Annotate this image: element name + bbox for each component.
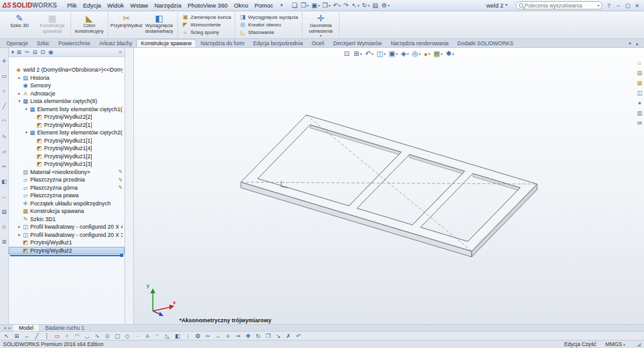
left-toolbar-icon-10[interactable]: ↔ xyxy=(1,193,8,200)
left-toolbar-icon-11[interactable]: ▤ xyxy=(1,209,8,215)
tree-item-root[interactable]: ◆ weld 2 (Domyślna<Obrobiona>)<<Domyślna… xyxy=(9,66,125,74)
search-input[interactable] xyxy=(525,3,596,9)
sketch-3d-button[interactable]: ✎Szkic 3D xyxy=(3,12,36,38)
rebuild-icon[interactable]: ↻▾ xyxy=(361,1,371,10)
tool-text-icon[interactable]: A xyxy=(143,332,152,340)
options-icon[interactable]: ⚙▾ xyxy=(380,1,391,10)
displaymanager-tab-icon[interactable]: ◉ xyxy=(48,49,53,55)
tool-spline-icon[interactable]: ∿ xyxy=(92,332,102,340)
minimize-icon[interactable]: – xyxy=(614,1,623,9)
tool-move-icon[interactable]: ✥ xyxy=(243,332,253,340)
tree-item-material[interactable]: ▥ Materiał <nieokreślony> ✎ xyxy=(9,168,125,177)
weldment-frame-model[interactable] xyxy=(134,48,644,324)
close-icon[interactable]: ✕ xyxy=(633,1,641,9)
tree-item-historia[interactable]: ▸ ▤ Historia xyxy=(9,74,125,82)
expand-arrow-icon[interactable]: ▸ xyxy=(17,75,22,80)
select-cursor-icon[interactable]: ↖▾ xyxy=(350,1,360,10)
previous-view-icon[interactable]: ↶▾ xyxy=(364,49,374,58)
tool-extend-icon[interactable]: → xyxy=(213,332,223,340)
custom-properties-icon[interactable]: ▥ xyxy=(637,110,643,116)
frame-side-face-right[interactable] xyxy=(472,184,537,257)
expand-arrow-icon[interactable]: ▾ xyxy=(24,107,29,112)
expand-arrow-icon[interactable]: ▾ xyxy=(17,99,22,104)
tree-item-trim1-1[interactable]: ◩ Przytnij/Wydłuż1[1] xyxy=(9,137,125,145)
tool-point-icon[interactable]: · xyxy=(133,332,142,340)
panel-collapse-icon[interactable]: « xyxy=(119,49,122,55)
design-library-icon[interactable]: ▤ xyxy=(637,70,643,76)
gusset-button[interactable]: ◤Wzmocnienie xyxy=(180,21,232,28)
left-toolbar-icon-5[interactable]: ◠ xyxy=(1,118,8,125)
tool-copy-icon[interactable]: ❐ xyxy=(264,332,273,340)
chamfer-button[interactable]: ◺Sfazowanie xyxy=(238,29,299,36)
ribbon-collapse-icon[interactable]: ▴ xyxy=(636,41,638,46)
tool-circle-icon[interactable]: ○ xyxy=(62,332,72,340)
menu-plik[interactable]: Plik xyxy=(64,1,80,10)
tree-item-plane-right[interactable]: ▱ Płaszczyzna prawa xyxy=(9,192,125,200)
tool-rectangle-icon[interactable]: ▭ xyxy=(52,332,62,340)
tree-item-cut-list-item1[interactable]: ▾ ▦ Element listy elementów ciętych1(2) xyxy=(9,106,125,114)
view-palette-icon[interactable]: ◫ xyxy=(637,90,643,96)
tree-item-adnotacje[interactable]: ▸ A Adnotacje xyxy=(9,90,125,98)
featuremanager-tab-icon[interactable]: ⊞ xyxy=(17,49,22,55)
tool-line-icon[interactable]: ╱ xyxy=(32,332,42,340)
tab-dimxpert[interactable]: DimXpert Wymiarów xyxy=(329,39,386,47)
expand-arrow-icon[interactable]: ▸ xyxy=(17,224,22,229)
model-tab[interactable]: Model xyxy=(13,325,40,331)
tree-item-trim2-1[interactable]: ◩ Przytnij/Wydłuż2[1] xyxy=(9,121,125,129)
tool-linear-pattern-icon[interactable]: ⋮ xyxy=(183,332,192,340)
reference-geometry-button[interactable]: ✛Geometria odniesienia▾ xyxy=(304,12,337,38)
solidworks-resources-icon[interactable]: ⌂ xyxy=(638,60,641,66)
left-toolbar-icon-2[interactable]: ▭ xyxy=(1,73,8,80)
file-explorer-icon[interactable]: ▦ xyxy=(637,80,643,86)
expand-arrow-icon[interactable]: ▸ xyxy=(17,232,22,237)
menu-widok[interactable]: Widok xyxy=(104,1,127,10)
weldment-button[interactable]: ▦Konstrukcja spawana xyxy=(36,12,69,38)
menu-narzedzia[interactable]: Narzędzia xyxy=(151,1,184,10)
panel-filter-caret-icon[interactable]: ▾ xyxy=(11,49,14,55)
tool-scale-icon[interactable]: ↘ xyxy=(274,332,283,340)
command-search[interactable]: ▾ xyxy=(516,1,602,9)
search-caret-icon[interactable]: ▾ xyxy=(597,3,599,8)
expand-arrow-icon[interactable]: ▾ xyxy=(24,130,29,135)
tab-edycja-bezposrednia[interactable]: Edycja bezpośrednia xyxy=(249,39,308,47)
tool-erase-icon[interactable]: ✗ xyxy=(284,332,293,340)
tab-scroll-left-icon[interactable]: « xyxy=(4,325,6,331)
tool-smart-dimension-icon[interactable]: ↔ xyxy=(22,332,31,340)
help-icon[interactable]: ? xyxy=(604,1,613,9)
tool-tangent-arc-icon[interactable]: ◡ xyxy=(82,332,92,340)
tab-narzedzia-do-form[interactable]: Narzędzia do form xyxy=(196,39,248,47)
new-file-icon[interactable]: ❏ xyxy=(291,1,299,10)
maximize-icon[interactable]: ▢ xyxy=(623,1,632,9)
tree-item-trim-extend2[interactable]: ◩ Przytnij/Wydłuż2 xyxy=(9,247,125,255)
configurationmanager-tab-icon[interactable]: ⊟ xyxy=(33,49,38,55)
tool-mirror-icon[interactable]: ◧ xyxy=(173,332,182,340)
tree-item-trim2-2[interactable]: ◩ Przytnij/Wydłuż2[2] xyxy=(9,113,125,121)
tool-convert-entities-icon[interactable]: ⇒ xyxy=(233,332,243,340)
left-toolbar-icon-1[interactable]: ✛ xyxy=(1,58,8,65)
view-settings-icon[interactable]: ✱▾ xyxy=(445,49,455,58)
tab-scroll-right-icon[interactable]: » xyxy=(8,325,10,331)
tool-ellipse-icon[interactable]: ⊙ xyxy=(103,332,112,340)
tree-item-cut-list[interactable]: ▾ ▦ Lista elementów ciętych(8) xyxy=(9,97,125,106)
tab-ocen[interactable]: Oceń xyxy=(307,39,328,47)
display-style-icon[interactable]: ◈▾ xyxy=(400,49,410,58)
tree-item-weldment[interactable]: ▦ Konstrukcja spawana xyxy=(9,207,125,215)
view-orientation-icon[interactable]: ▣▾ xyxy=(387,49,399,58)
tool-trim-icon[interactable]: ✂ xyxy=(203,332,213,340)
ribbon-pin-icon[interactable]: ✦ xyxy=(628,41,632,46)
left-toolbar-icon-9[interactable]: ◧ xyxy=(1,178,8,185)
left-toolbar-icon-3[interactable]: ○ xyxy=(1,88,8,95)
left-toolbar-icon-12[interactable]: ◇ xyxy=(1,224,8,231)
tab-operacje[interactable]: Operacje xyxy=(2,39,33,47)
tool-select-icon[interactable]: ↖ xyxy=(2,332,11,340)
frame-side-face-front[interactable] xyxy=(241,182,472,257)
tree-item-cut-list-item2[interactable]: ▾ ▦ Element listy elementów ciętych2(4) xyxy=(9,129,125,137)
units-selector[interactable]: MMGS ▾ xyxy=(606,341,625,347)
propertymanager-tab-icon[interactable]: ✑ xyxy=(25,49,30,55)
zoom-fit-icon[interactable]: ⊡ xyxy=(343,49,352,58)
print-icon[interactable]: ❒▾ xyxy=(321,1,331,10)
tree-item-plane-top[interactable]: ▱ Płaszczyzna górna ✎ xyxy=(9,184,125,192)
rollback-bar[interactable] xyxy=(10,255,123,256)
open-file-icon[interactable]: ❐▾ xyxy=(299,1,310,10)
extruded-boss-button[interactable]: ◧Wyciągnięcie dodania/bazy xyxy=(143,12,175,38)
